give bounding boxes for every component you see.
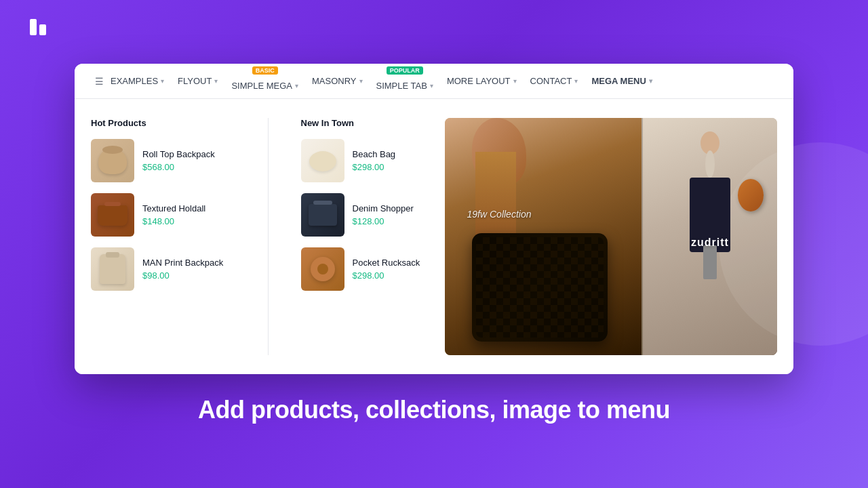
- product-info-denim-shopper: Denim Shopper $128.00: [353, 203, 446, 226]
- chevron-examples: ▾: [161, 77, 164, 85]
- product-thumb-beach-bag: [301, 139, 344, 182]
- product-price-beach-bag: $298.00: [353, 162, 446, 172]
- product-info-beach-bag: Beach Bag $298.00: [353, 149, 446, 172]
- side-brand-image: zudritt: [642, 118, 777, 355]
- hot-products-title: Hot products: [91, 118, 235, 128]
- product-price-pocket-rucksack: $298.00: [353, 270, 446, 281]
- product-name-man-backpack: MAN Print Backpack: [142, 258, 235, 268]
- new-in-town-title: New in town: [301, 118, 446, 128]
- chevron-simple-tab: ▾: [430, 82, 433, 89]
- svg-rect-0: [30, 19, 37, 35]
- product-thumb-denim-shopper: [301, 193, 344, 237]
- product-info-man-backpack: MAN Print Backpack $98.00: [142, 258, 235, 281]
- product-item-textured-holdall[interactable]: Textured Holdall $148.00: [91, 193, 235, 237]
- hero-image-section: 19fw Collection zudritt: [445, 118, 777, 355]
- product-thumb-man-backpack: [91, 247, 134, 291]
- product-price-man-backpack: $98.00: [142, 270, 235, 281]
- product-thumb-textured-holdall: [91, 193, 134, 237]
- brand-text: zudritt: [691, 237, 729, 249]
- product-price-denim-shopper: $128.00: [353, 216, 446, 226]
- product-price-roll-backpack: $568.00: [142, 162, 235, 172]
- column-divider: [268, 118, 269, 355]
- product-item-roll-backpack[interactable]: Roll Top Backpack $568.00: [91, 139, 235, 182]
- nav-label-simple-mega: SIMPLE MEGA: [231, 81, 292, 91]
- product-name-denim-shopper: Denim Shopper: [353, 203, 446, 214]
- badge-popular: POPULAR: [387, 66, 423, 75]
- nav-item-examples[interactable]: ☰ EXAMPLES ▾: [88, 64, 171, 99]
- chevron-masonry: ▾: [359, 77, 363, 85]
- product-item-man-backpack[interactable]: MAN Print Backpack $98.00: [91, 247, 235, 291]
- product-thumb-pocket-rucksack: [301, 247, 344, 291]
- product-info-textured-holdall: Textured Holdall $148.00: [142, 203, 235, 226]
- nav-item-contact[interactable]: CONTACT ▾: [524, 64, 585, 99]
- product-price-textured-holdall: $148.00: [142, 216, 235, 226]
- mega-menu-dropdown: Hot products Roll Top Backpack $568.00 T…: [75, 99, 793, 374]
- product-name-roll-backpack: Roll Top Backpack: [142, 149, 235, 159]
- logo-icon: [27, 14, 54, 41]
- product-item-denim-shopper[interactable]: Denim Shopper $128.00: [301, 193, 446, 237]
- chevron-more-layout: ▾: [513, 77, 517, 85]
- app-logo: [27, 14, 54, 41]
- product-info-pocket-rucksack: Pocket Rucksack $298.00: [353, 258, 446, 281]
- nav-label-simple-tab: SIMPLE TAB: [376, 81, 427, 91]
- svg-rect-1: [39, 24, 46, 35]
- nav-label-masonry: MASONRY: [312, 76, 357, 86]
- page-title: Add products, collections, image to menu: [198, 396, 670, 424]
- browser-window: ☰ EXAMPLES ▾ FLYOUT ▾ BASIC SIMPLE MEGA …: [75, 64, 793, 374]
- nav-label-flyout: FLYOUT: [178, 76, 212, 86]
- nav-item-flyout[interactable]: FLYOUT ▾: [171, 64, 224, 99]
- new-in-town-column: New in town Beach Bag $298.00 Denim Shop…: [301, 118, 446, 355]
- collection-text: 19fw Collection: [467, 209, 532, 220]
- nav-item-simple-tab[interactable]: POPULAR SIMPLE TAB ▾: [370, 64, 440, 99]
- product-info-roll-backpack: Roll Top Backpack $568.00: [142, 149, 235, 172]
- logo-svg: [27, 14, 54, 41]
- hot-products-column: Hot products Roll Top Backpack $568.00 T…: [91, 118, 235, 355]
- nav-label-more-layout: MORE LAYOUT: [447, 76, 511, 86]
- nav-label-contact: CONTACT: [530, 76, 572, 86]
- nav-item-more-layout[interactable]: MORE LAYOUT ▾: [440, 64, 524, 99]
- product-item-pocket-rucksack[interactable]: Pocket Rucksack $298.00: [301, 247, 446, 291]
- chevron-flyout: ▾: [214, 77, 218, 85]
- nav-item-masonry[interactable]: MASONRY ▾: [305, 64, 370, 99]
- chevron-mega-menu: ▾: [649, 77, 652, 85]
- product-name-beach-bag: Beach Bag: [353, 149, 446, 159]
- nav-item-mega-menu[interactable]: MEGA MENU ▾: [585, 64, 658, 99]
- product-name-textured-holdall: Textured Holdall: [142, 203, 235, 214]
- product-item-beach-bag[interactable]: Beach Bag $298.00: [301, 139, 446, 182]
- chevron-simple-mega: ▾: [295, 82, 298, 89]
- badge-basic: BASIC: [252, 66, 278, 75]
- nav-label-examples: EXAMPLES: [111, 76, 158, 86]
- nav-label-mega-menu: MEGA MENU: [591, 76, 646, 86]
- hamburger-icon: ☰: [95, 76, 104, 87]
- product-name-pocket-rucksack: Pocket Rucksack: [353, 258, 446, 268]
- product-thumb-roll-backpack: [91, 139, 134, 182]
- chevron-contact: ▾: [574, 77, 578, 85]
- main-collection-image: 19fw Collection: [445, 118, 642, 355]
- products-section: Hot products Roll Top Backpack $568.00 T…: [91, 118, 445, 355]
- nav-item-simple-mega[interactable]: BASIC SIMPLE MEGA ▾: [224, 64, 305, 99]
- navbar: ☰ EXAMPLES ▾ FLYOUT ▾ BASIC SIMPLE MEGA …: [75, 64, 793, 99]
